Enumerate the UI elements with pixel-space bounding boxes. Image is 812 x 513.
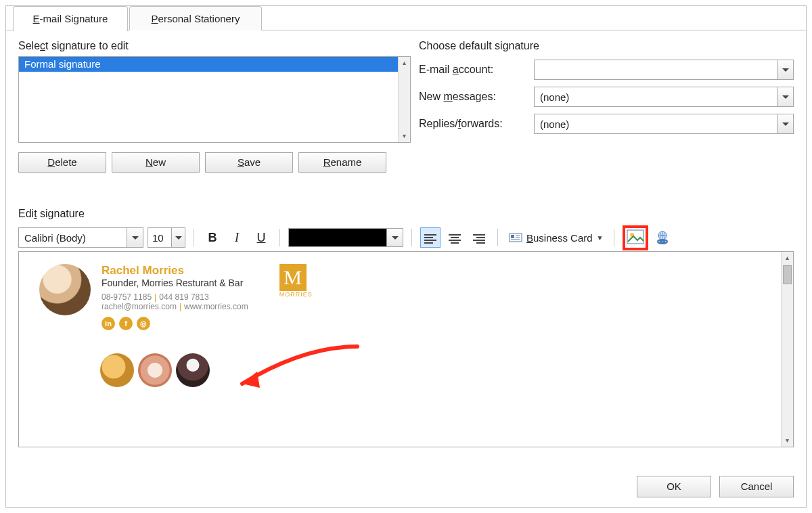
business-card-button[interactable]: Business Card ▼ [506,231,606,244]
signature-gallery [100,353,210,387]
dropdown-caret-icon [777,87,793,106]
annotation-arrow [222,343,371,404]
cancel-button[interactable]: Cancel [719,476,794,497]
editor-toolbar: Calibri (Body) 10 B I U [18,224,794,251]
gallery-image [100,353,134,387]
toolbar-divider [614,229,614,246]
select-signature-section: Select signature to edit Formal signatur… [18,40,411,173]
editor-scrollbar[interactable]: ▴ ▾ [781,252,793,447]
font-family-value: Calibri (Body) [24,232,86,244]
signature-email: rachel@morries.com [102,302,177,311]
align-right-button[interactable] [469,227,489,248]
new-button[interactable]: New [112,152,200,173]
toolbar-divider [194,229,194,246]
save-button[interactable]: Save [205,152,293,173]
linkedin-icon: in [102,317,115,330]
facebook-icon: f [119,317,133,330]
toolbar-divider [411,229,412,246]
tab-email-signature[interactable]: E-mail Signature [13,6,128,31]
edit-signature-section: Edit signature Calibri (Body) 10 B I U [18,208,794,447]
insert-hyperlink-button[interactable] [652,227,673,248]
bold-button[interactable]: B [202,227,223,248]
signature-phone1: 08-9757 1185 [102,292,152,302]
business-card-label: Business Card [526,232,593,244]
signatures-dialog: E-mail Signature Personal Stationery Sel… [5,5,807,508]
rename-button[interactable]: Rename [298,152,386,173]
default-signature-header: Choose default signature [419,40,794,52]
signature-title: Founder, Morries Resturant & Bar [102,277,248,288]
tab-bar: E-mail Signature Personal Stationery [6,6,806,30]
signature-content: Rachel Morries Founder, Morries Resturan… [39,264,313,330]
dropdown-caret-icon [777,60,793,79]
replies-forwards-select[interactable]: (none) [534,114,794,134]
italic-button[interactable]: I [227,227,247,248]
dialog-buttons: OK Cancel [637,476,794,497]
align-left-button[interactable] [420,227,441,248]
dropdown-caret-icon [127,228,143,247]
toolbar-divider [497,229,498,246]
align-center-button[interactable] [445,227,465,248]
hyperlink-icon [654,230,671,245]
signature-list-item[interactable]: Formal signature [19,57,410,72]
gallery-image [176,353,210,387]
avatar [39,264,91,315]
scroll-down-icon[interactable]: ▾ [782,434,793,447]
font-color-select[interactable] [288,228,403,247]
new-messages-value: (none) [540,91,569,103]
select-signature-label: Select signature to edit [18,40,411,52]
toolbar-divider [279,229,280,246]
dropdown-caret-icon [171,228,185,247]
email-account-label: E-mail account: [419,64,527,76]
picture-icon [627,229,644,244]
new-messages-select[interactable]: (none) [534,87,794,107]
chevron-down-icon: ▼ [597,234,604,242]
scroll-up-icon[interactable]: ▴ [399,57,410,69]
font-size-select[interactable]: 10 [148,227,185,248]
color-preview [289,229,386,246]
replies-forwards-label: Replies/forwards: [419,118,527,130]
ok-button[interactable]: OK [637,476,711,497]
font-size-value: 10 [152,232,164,244]
scroll-thumb[interactable] [783,265,792,284]
signature-buttons: Delete New Save Rename [18,152,411,173]
dropdown-caret-icon [386,229,403,246]
signature-text: Rachel Morries Founder, Morries Resturan… [102,264,248,330]
scroll-up-icon[interactable]: ▴ [782,252,793,264]
svg-rect-1 [511,235,514,238]
font-family-select[interactable]: Calibri (Body) [18,227,143,248]
social-icons: in f ◎ [102,317,248,330]
replies-forwards-value: (none) [540,118,569,130]
new-messages-label: New messages: [419,91,527,103]
dropdown-caret-icon [777,114,793,133]
underline-button[interactable]: U [251,227,271,248]
default-signature-section: Choose default signature E-mail account:… [419,40,794,137]
tab-personal-stationery[interactable]: Personal Stationery [129,6,262,30]
instagram-icon: ◎ [137,317,150,330]
signature-phone2: 044 819 7813 [159,292,208,302]
svg-rect-5 [627,230,644,244]
logo-mark: M [279,264,307,291]
email-account-select[interactable] [534,60,794,80]
edit-signature-label: Edit signature [18,208,794,220]
signature-editor[interactable]: Rachel Morries Founder, Morries Resturan… [18,251,794,447]
signature-name: Rachel Morries [102,264,248,277]
business-card-icon [509,231,522,244]
gallery-image [138,353,172,387]
scroll-down-icon[interactable]: ▾ [399,130,410,142]
insert-picture-button[interactable] [623,225,648,250]
svg-marker-10 [242,372,260,388]
signature-listbox[interactable]: Formal signature ▴ ▾ [18,56,411,143]
signature-logo: M MORRIES [279,264,313,330]
signature-website: www.morries.com [184,302,248,311]
logo-label: MORRIES [279,291,313,298]
svg-point-9 [660,241,665,243]
delete-button[interactable]: Delete [18,152,106,173]
listbox-scrollbar[interactable]: ▴ ▾ [398,57,410,142]
